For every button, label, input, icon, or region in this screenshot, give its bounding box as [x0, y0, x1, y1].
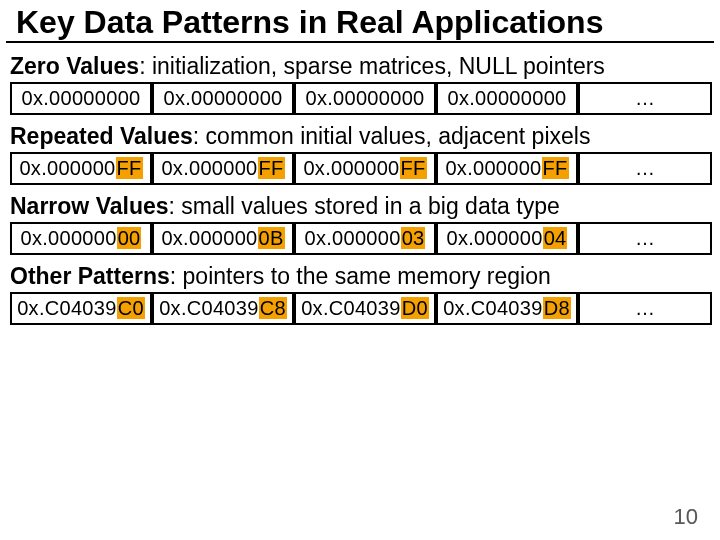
value-prefix: 0x.000000: [19, 157, 115, 179]
value-row: 0x.000000FF0x.000000FF0x.000000FF0x.0000…: [10, 152, 712, 185]
value-suffix: 00000000: [333, 87, 424, 109]
pattern-label: Zero Values: initialization, sparse matr…: [0, 51, 720, 80]
value-prefix: 0x.: [22, 87, 50, 109]
pattern-label: Other Patterns: pointers to the same mem…: [0, 261, 720, 290]
pattern-desc: : pointers to the same memory region: [170, 263, 551, 289]
value-prefix: 0x.: [448, 87, 476, 109]
value-prefix: 0x.C04039: [443, 297, 542, 319]
value-cell: 0x.000000FF: [10, 152, 152, 185]
value-cell: 0x.0000000B: [152, 222, 294, 255]
value-prefix: 0x.000000: [305, 227, 401, 249]
pattern-name: Repeated Values: [10, 123, 193, 149]
ellipsis-cell: …: [578, 152, 712, 185]
value-prefix: 0x.000000: [447, 227, 543, 249]
value-prefix: 0x.000000: [161, 157, 257, 179]
value-highlight: FF: [400, 157, 427, 179]
pattern-desc: : common initial values, adjacent pixels: [193, 123, 591, 149]
value-suffix: 00000000: [49, 87, 140, 109]
value-highlight: D8: [543, 297, 571, 319]
value-cell: 0x.C04039D8: [436, 292, 578, 325]
pattern-desc: : small values stored in a big data type: [169, 193, 560, 219]
value-highlight: D0: [401, 297, 429, 319]
slide-title: Key Data Patterns in Real Applications: [6, 0, 714, 43]
value-cell: 0x.000000FF: [294, 152, 436, 185]
pattern-label: Repeated Values: common initial values, …: [0, 121, 720, 150]
value-highlight: C0: [117, 297, 145, 319]
value-prefix: 0x.: [306, 87, 334, 109]
pattern-name: Other Patterns: [10, 263, 170, 289]
value-prefix: 0x.000000: [303, 157, 399, 179]
value-highlight: FF: [258, 157, 285, 179]
value-row: 0x.C04039C00x.C04039C80x.C04039D00x.C040…: [10, 292, 712, 325]
value-cell: 0x.C04039D0: [294, 292, 436, 325]
value-highlight: 03: [401, 227, 426, 249]
value-cell: 0x.00000000: [294, 82, 436, 115]
value-prefix: 0x.C04039: [301, 297, 400, 319]
page-number: 10: [674, 504, 698, 530]
value-highlight: 04: [543, 227, 568, 249]
ellipsis-cell: …: [578, 82, 712, 115]
pattern-name: Narrow Values: [10, 193, 169, 219]
value-prefix: 0x.000000: [161, 227, 257, 249]
value-cell: 0x.00000000: [10, 82, 152, 115]
value-row: 0x.000000000x.000000000x.000000000x.0000…: [10, 82, 712, 115]
value-highlight: 0B: [258, 227, 285, 249]
value-prefix: 0x.: [164, 87, 192, 109]
pattern-desc: : initialization, sparse matrices, NULL …: [139, 53, 605, 79]
value-highlight: FF: [116, 157, 143, 179]
value-cell: 0x.00000000: [152, 82, 294, 115]
value-cell: 0x.00000000: [436, 82, 578, 115]
value-prefix: 0x.000000: [21, 227, 117, 249]
value-suffix: 00000000: [191, 87, 282, 109]
value-cell: 0x.000000FF: [436, 152, 578, 185]
value-cell: 0x.C04039C8: [152, 292, 294, 325]
value-cell: 0x.00000003: [294, 222, 436, 255]
value-prefix: 0x.C04039: [159, 297, 258, 319]
pattern-label: Narrow Values: small values stored in a …: [0, 191, 720, 220]
pattern-name: Zero Values: [10, 53, 139, 79]
value-highlight: C8: [259, 297, 287, 319]
ellipsis-cell: …: [578, 222, 712, 255]
value-cell: 0x.00000004: [436, 222, 578, 255]
value-row: 0x.000000000x.0000000B0x.000000030x.0000…: [10, 222, 712, 255]
value-prefix: 0x.000000: [445, 157, 541, 179]
value-prefix: 0x.C04039: [17, 297, 116, 319]
value-cell: 0x.000000FF: [152, 152, 294, 185]
value-suffix: 00000000: [475, 87, 566, 109]
ellipsis-cell: …: [578, 292, 712, 325]
value-cell: 0x.00000000: [10, 222, 152, 255]
value-cell: 0x.C04039C0: [10, 292, 152, 325]
value-highlight: 00: [117, 227, 142, 249]
value-highlight: FF: [542, 157, 569, 179]
